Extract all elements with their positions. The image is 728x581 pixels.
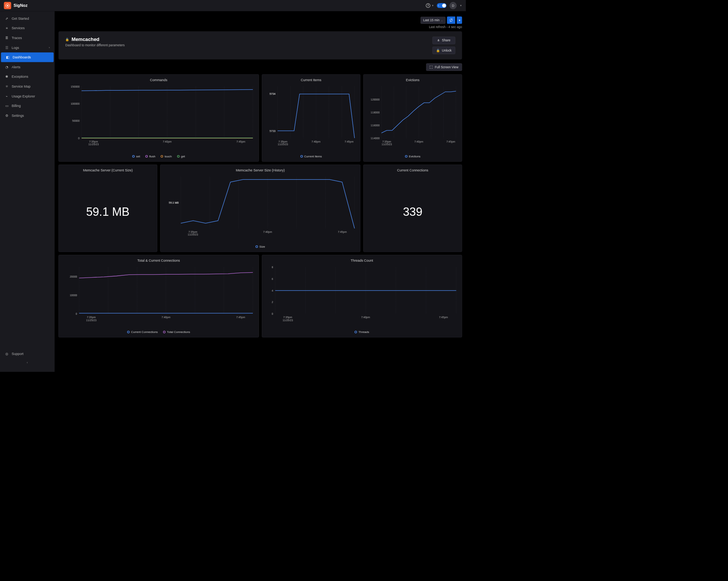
help-button[interactable]: ? ▼	[426, 3, 434, 8]
refresh-icon	[449, 18, 453, 22]
last-refresh-text: Last refresh - 4 sec ago	[55, 25, 466, 31]
fullscreen-button[interactable]: ⛶ Full Screen View	[426, 63, 462, 71]
y-tick-label: 5734	[270, 93, 276, 96]
refresh-button[interactable]	[447, 17, 455, 24]
legend-dot-icon	[132, 155, 135, 157]
legend-item[interactable]: Size	[256, 245, 265, 248]
x-tick-label: 7:40pm	[312, 140, 320, 143]
x-tick-label: 7:40pm	[162, 316, 170, 319]
panel-title: Evictions	[367, 78, 458, 82]
panel-title: Memcache Server Size (History)	[164, 168, 357, 172]
sidebar-collapse-button[interactable]: ‹	[0, 358, 55, 367]
unlock-button[interactable]: 🔒 Unlock	[433, 47, 455, 54]
legend-label: flush	[149, 155, 155, 158]
legend-item[interactable]: get	[177, 155, 185, 158]
legend-item[interactable]: Evictions	[405, 155, 420, 158]
sidebar-item-usage-explorer[interactable]: ⌁ Usage Explorer	[0, 91, 55, 101]
panel-evictions: Evictions 1140001160001180001200007:35pm…	[363, 74, 462, 162]
lines-icon: ≣	[5, 36, 9, 40]
x-tick-label: 7:35pm11/25/23	[278, 140, 288, 146]
sidebar-item-service-map[interactable]: ⚛ Service Map	[0, 82, 55, 91]
legend-item[interactable]: set	[132, 155, 140, 158]
svg-text:?: ?	[427, 4, 429, 7]
x-tick-label: 7:45pm	[345, 140, 353, 143]
x-tick-label: 7:35pm11/25/23	[86, 316, 96, 322]
chevron-left-icon: ‹	[27, 361, 28, 365]
sidebar-item-exceptions[interactable]: ✱ Exceptions	[0, 72, 55, 82]
legend-item[interactable]: flush	[145, 155, 155, 158]
panel-server-size: Memcache Server (Current Size) 59.1 MB	[58, 165, 157, 252]
legend-dot-icon	[405, 155, 407, 157]
fullscreen-icon: ⛶	[430, 65, 433, 69]
panel-current-connections: Current Connections 339	[363, 165, 462, 252]
x-tick-label: 7:40pm	[414, 140, 423, 143]
panel-commands: Commands 0500001000001500007:35pm11/25/2…	[58, 74, 259, 162]
panel-title: Memcache Server (Current Size)	[62, 168, 154, 172]
support-icon: ◎	[5, 352, 9, 355]
sidebar-item-traces[interactable]: ≣ Traces	[0, 33, 55, 43]
sidebar-item-support[interactable]: ◎ Support	[0, 349, 55, 359]
x-tick-label: 7:35pm11/25/23	[282, 316, 293, 322]
panel-current-items: Current Items 573357335734573457347:35pm…	[262, 74, 360, 162]
chart-plot	[181, 177, 355, 229]
sidebar-item-logs[interactable]: ☰ Logs ›	[0, 43, 55, 53]
user-avatar[interactable]: D	[449, 2, 457, 9]
sidebar-item-get-started[interactable]: ⇗ Get Started	[0, 14, 55, 24]
panel-total-connections: Total & Current Connections 010000200007…	[58, 255, 259, 338]
bell-icon: ◔	[5, 65, 9, 69]
sidebar-item-label: Get Started	[12, 17, 29, 20]
legend-item[interactable]: Total Connections	[163, 330, 190, 334]
sidebar-item-services[interactable]: ≡ Services	[0, 23, 55, 33]
main-content: Last 15 min ⌄ ▼ Last refresh - 4 sec ago…	[55, 11, 466, 372]
y-tick-label: 0	[271, 312, 273, 316]
time-range-picker[interactable]: Last 15 min ⌄	[420, 17, 446, 24]
legend-dot-icon	[256, 245, 258, 248]
legend-label: Current Connections	[131, 330, 158, 334]
sidebar-item-alerts[interactable]: ◔ Alerts	[0, 62, 55, 72]
legend-item[interactable]: Threads	[355, 330, 369, 334]
legend-item[interactable]: Current Connections	[127, 330, 158, 334]
help-icon: ?	[426, 3, 431, 8]
legend-item[interactable]: touch	[161, 155, 172, 158]
chart-plot	[275, 267, 456, 314]
dashboard-title: Memcached	[72, 37, 99, 42]
toolbar: Last 15 min ⌄ ▼	[55, 11, 466, 25]
refresh-interval-dropdown[interactable]: ▼	[457, 17, 462, 24]
legend-item[interactable]: Current Items	[300, 155, 322, 158]
list-icon: ☰	[5, 46, 9, 49]
y-tick-label: 100000	[71, 102, 80, 105]
y-tick-label: 0	[78, 137, 80, 140]
share-button[interactable]: ⋔ Share	[433, 37, 455, 44]
sidebar-item-dashboards[interactable]: ◧ Dashboards	[1, 52, 54, 62]
dashboard-description: Dashboard to monitor different parameter…	[65, 43, 125, 47]
lock-icon: 🔒	[65, 38, 69, 41]
chevron-right-icon: ›	[49, 46, 50, 49]
legend-label: set	[136, 155, 140, 158]
theme-toggle[interactable]: ☾	[437, 3, 447, 8]
dashboard-icon: ◧	[6, 55, 9, 59]
sidebar-item-settings[interactable]: ⚙ Settings	[0, 111, 55, 121]
sidebar-item-billing[interactable]: ▭ Billing	[0, 101, 55, 111]
y-tick-label: 116000	[371, 124, 380, 127]
y-tick-label: 10000	[70, 294, 77, 297]
x-tick-label: 7:45pm	[446, 140, 455, 143]
y-tick-label: 6	[271, 278, 273, 281]
gear-icon: ⚙	[5, 114, 9, 118]
legend-label: Evictions	[409, 155, 420, 158]
sidebar-item-label: Settings	[12, 114, 24, 118]
chevron-down-icon: ▼	[458, 19, 461, 22]
panel-threads: Threads Count 024687:35pm11/25/237:40pm7…	[262, 255, 462, 338]
chevron-down-icon[interactable]: ▼	[460, 4, 462, 7]
chart-icon: ⌁	[5, 94, 9, 98]
x-tick-label: 7:45pm	[237, 140, 245, 143]
share-icon: ⋔	[437, 39, 440, 42]
legend-dot-icon	[300, 155, 303, 157]
stat-value: 339	[367, 175, 458, 248]
y-tick-label: 20000	[70, 275, 77, 278]
panel-title: Current Connections	[367, 168, 458, 172]
x-tick-label: 7:35pm11/25/23	[188, 230, 198, 236]
lock-icon: 🔒	[436, 49, 440, 52]
bars-icon: ≡	[5, 26, 9, 30]
x-tick-label: 7:35pm11/25/23	[88, 140, 99, 146]
legend-dot-icon	[145, 155, 147, 157]
